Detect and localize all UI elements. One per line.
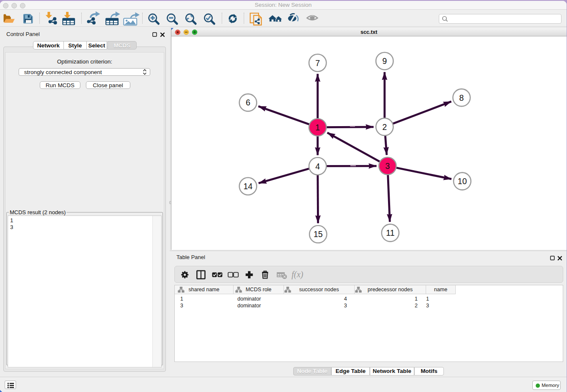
svg-text:f(x): f(x) [292,270,303,279]
svg-text:11: 11 [386,228,394,237]
svg-text:1: 1 [315,123,320,132]
svg-text:2: 2 [382,122,387,132]
svg-text:15: 15 [314,229,323,239]
svg-text:4: 4 [315,162,320,171]
svg-text:10: 10 [458,177,467,186]
svg-text:9: 9 [382,56,387,66]
svg-text:8: 8 [459,93,464,102]
svg-text:7: 7 [315,58,320,68]
svg-text:6: 6 [246,98,250,107]
svg-text:3: 3 [385,161,390,171]
svg-text:14: 14 [243,182,253,191]
